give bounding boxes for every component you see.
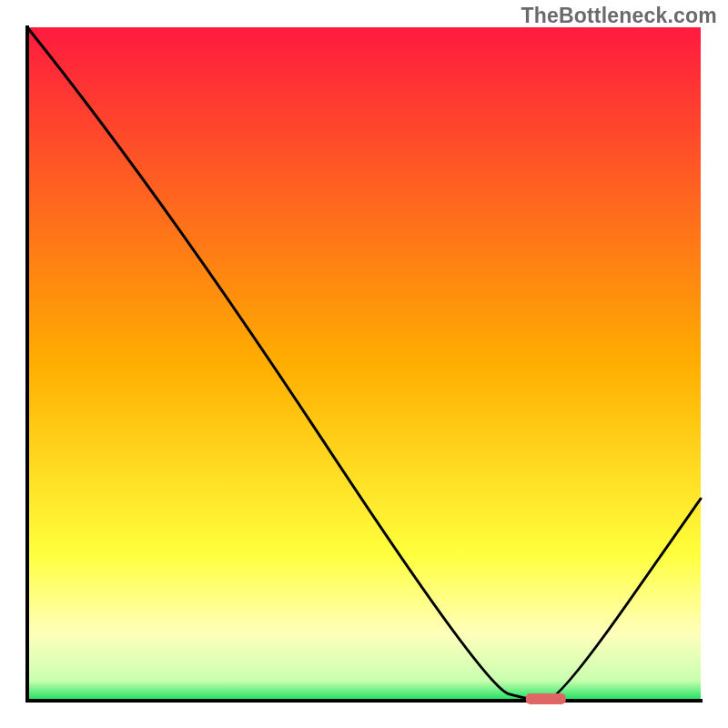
optimum-marker [526,693,566,704]
watermark-text: TheBottleneck.com [521,4,717,28]
chart-frame: TheBottleneck.com [0,0,728,728]
plot-area [27,27,701,704]
chart-svg [0,0,728,728]
plot-background [27,27,701,701]
